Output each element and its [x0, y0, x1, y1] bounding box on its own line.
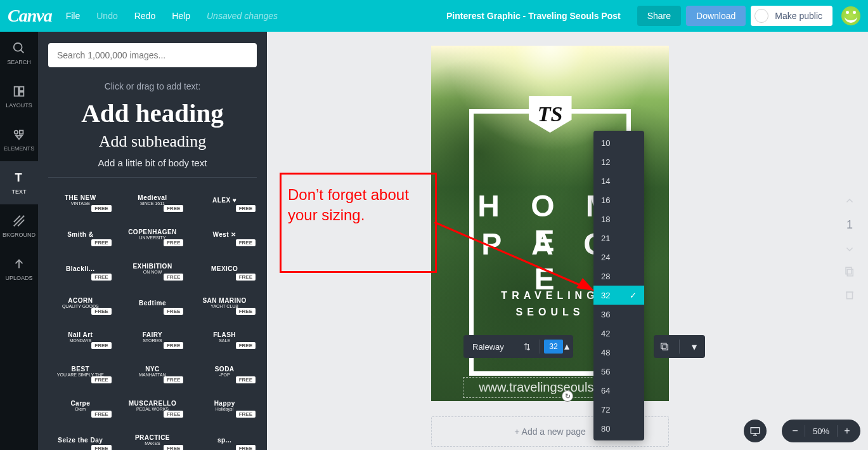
text-template[interactable]: MedievalSINCE 1611FREE: [120, 187, 185, 213]
document-title[interactable]: Pinterest Graphic - Traveling Seouls Pos…: [446, 11, 621, 21]
present-button[interactable]: [744, 420, 767, 442]
nav-text[interactable]: T TEXT: [0, 161, 38, 204]
size-option-48[interactable]: 48: [593, 343, 644, 362]
svg-text:T: T: [15, 171, 22, 184]
nav-layouts-label: LAYOUTS: [6, 102, 32, 109]
text-template[interactable]: THE NEWVINTAGEFREE: [48, 187, 113, 213]
size-option-14[interactable]: 14: [593, 171, 644, 190]
text-template[interactable]: sp...FREE: [192, 427, 257, 450]
text-template[interactable]: Seize the DayFREE: [48, 427, 113, 450]
size-option-36[interactable]: 36: [593, 305, 644, 324]
text-template[interactable]: MEXICOFREE: [192, 255, 257, 282]
svg-point-0: [14, 43, 22, 51]
free-badge: FREE: [91, 274, 111, 281]
zoom-in-button[interactable]: +: [838, 425, 857, 437]
avatar[interactable]: [841, 6, 860, 25]
svg-line-1: [21, 50, 24, 53]
text-template[interactable]: COPENHAGENUNIVERSITYFREE: [120, 221, 185, 248]
text-template[interactable]: NYCMANHATTANFREE: [120, 358, 185, 385]
text-template[interactable]: MUSCARELLOPEDAL WORKSFREE: [120, 392, 185, 419]
svg-rect-2: [15, 87, 18, 96]
free-badge: FREE: [236, 205, 256, 212]
svg-rect-13: [663, 345, 668, 350]
search-input[interactable]: [48, 43, 257, 67]
size-option-80[interactable]: 80: [593, 419, 644, 438]
size-option-24[interactable]: 24: [593, 248, 644, 267]
text-template[interactable]: Smith &FREE: [48, 221, 113, 248]
logo-shield[interactable]: TS: [529, 96, 572, 133]
annotation-box: Don’t forget about your sizing.: [280, 173, 437, 273]
menu-undo[interactable]: Undo: [96, 11, 117, 21]
page-number: 1: [846, 218, 853, 232]
add-body-text[interactable]: Add a little bit of body text: [48, 157, 257, 168]
check-icon: ✓: [630, 291, 637, 300]
size-option-42[interactable]: 42: [593, 324, 644, 343]
text-template[interactable]: Nail ArtMONDAYSFREE: [48, 324, 113, 350]
share-button[interactable]: Share: [637, 6, 681, 26]
zoom-value[interactable]: 50%: [805, 427, 837, 436]
nav-layouts[interactable]: LAYOUTS: [0, 75, 38, 118]
font-select[interactable]: Raleway ⇅: [467, 342, 536, 352]
free-badge: FREE: [164, 342, 183, 349]
size-option-72[interactable]: 72: [593, 400, 644, 419]
text-template[interactable]: West ✕FREE: [192, 221, 257, 248]
add-subheading[interactable]: Add subheading: [48, 132, 257, 151]
size-dropdown-toggle[interactable]: ▴: [563, 341, 569, 352]
text-toolbar: Raleway ⇅ ▴: [463, 335, 573, 358]
text-template[interactable]: ACORNQUALITY GOODSFREE: [48, 289, 113, 316]
text-template[interactable]: FLASHSALEFREE: [192, 324, 257, 350]
nav-elements[interactable]: ELEMENTS: [0, 118, 38, 161]
free-badge: FREE: [164, 411, 183, 418]
text-template[interactable]: PRACTICEMAKESFREE: [120, 427, 185, 450]
annotation-arrow: [434, 222, 594, 292]
free-badge: FREE: [91, 411, 111, 418]
text-template[interactable]: EXHIBITIONON NOWFREE: [120, 255, 185, 282]
text-template[interactable]: FAIRYSTORIESFREE: [120, 324, 185, 350]
make-public-button[interactable]: Make public: [751, 6, 832, 26]
text-template[interactable]: CarpeDiemFREE: [48, 392, 113, 419]
text-template[interactable]: ALEX ♥FREE: [192, 187, 257, 213]
nav-search[interactable]: SEARCH: [0, 32, 38, 75]
free-badge: FREE: [91, 342, 111, 349]
move-up-icon[interactable]: [844, 195, 855, 207]
text-template[interactable]: Blackli...FREE: [48, 255, 113, 282]
menu-file[interactable]: File: [66, 11, 81, 21]
svg-marker-7: [16, 136, 22, 140]
copy-button[interactable]: [654, 335, 675, 358]
rotate-handle[interactable]: ↻: [562, 390, 573, 402]
text-template[interactable]: SODA-POPFREE: [192, 358, 257, 385]
svg-rect-18: [846, 267, 852, 274]
chevron-updown-icon: ⇅: [524, 342, 531, 352]
size-option-12[interactable]: 12: [593, 152, 644, 171]
download-button[interactable]: Download: [686, 6, 746, 26]
copy-page-icon[interactable]: [844, 266, 855, 277]
svg-point-5: [15, 131, 18, 135]
font-size-input[interactable]: [544, 340, 563, 354]
size-option-16[interactable]: 16: [593, 190, 644, 209]
more-dropdown[interactable]: ▾: [683, 335, 705, 358]
size-option-18[interactable]: 18: [593, 209, 644, 228]
size-option-10[interactable]: 10: [593, 133, 644, 152]
logo[interactable]: Canva: [8, 6, 52, 26]
divider: [48, 177, 257, 178]
size-option-28[interactable]: 28: [593, 267, 644, 286]
size-option-64[interactable]: 64: [593, 381, 644, 400]
text-template[interactable]: BedtimeFREE: [120, 289, 185, 316]
text-templates: THE NEWVINTAGEFREEMedievalSINCE 1611FREE…: [48, 187, 257, 450]
svg-rect-19: [847, 292, 853, 299]
zoom-out-button[interactable]: −: [786, 425, 805, 437]
delete-page-icon[interactable]: [844, 289, 855, 300]
menu-redo[interactable]: Redo: [134, 11, 155, 21]
menu-help[interactable]: Help: [172, 11, 190, 21]
text-template[interactable]: SAN MARINOYACHT CLUBFREE: [192, 289, 257, 316]
move-down-icon[interactable]: [844, 243, 855, 255]
size-option-32[interactable]: 32✓: [593, 286, 644, 305]
size-option-21[interactable]: 21: [593, 228, 644, 248]
nav-text-label: TEXT: [11, 189, 26, 195]
size-option-56[interactable]: 56: [593, 362, 644, 381]
add-heading[interactable]: Add heading: [48, 98, 257, 128]
nav-uploads[interactable]: UPLOADS: [0, 248, 38, 291]
text-template[interactable]: HappyHolidays!FREE: [192, 392, 257, 419]
nav-background[interactable]: BKGROUND: [0, 204, 38, 248]
text-template[interactable]: BESTYOU ARE SIMPLY THEFREE: [48, 358, 113, 385]
